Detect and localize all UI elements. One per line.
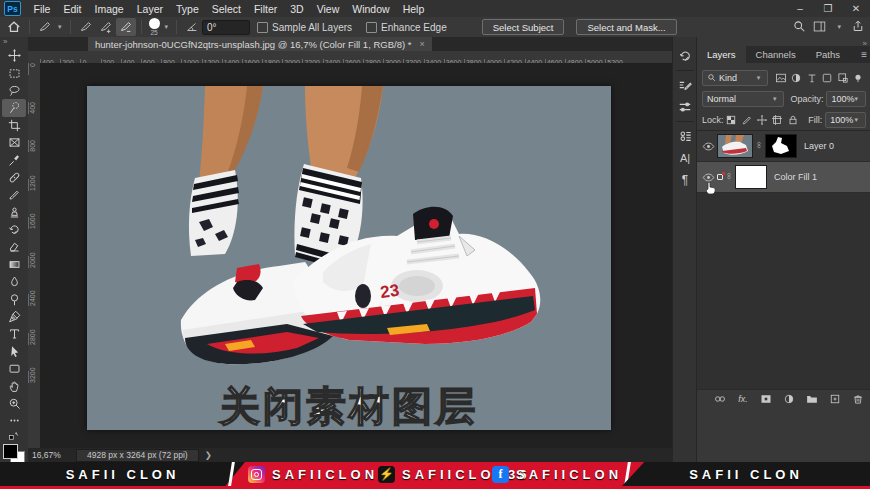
- select-subject-button[interactable]: Select Subject: [482, 19, 565, 35]
- lasso-tool[interactable]: [2, 82, 26, 99]
- layer-thumbnail[interactable]: [717, 134, 753, 158]
- sample-all-layers-checkbox[interactable]: Sample All Layers: [257, 22, 352, 33]
- menu-item[interactable]: File: [34, 3, 51, 15]
- mask-link-icon[interactable]: [755, 140, 763, 152]
- tab-close-icon[interactable]: ×: [419, 39, 424, 49]
- menu-item[interactable]: Filter: [254, 3, 277, 15]
- filter-shape-layers-icon[interactable]: [820, 70, 835, 86]
- filter-type-layers-icon[interactable]: [804, 70, 819, 86]
- subtract-from-selection-icon[interactable]: [116, 18, 136, 36]
- rectangle-tool[interactable]: [2, 360, 26, 377]
- filter-adjustment-layers-icon[interactable]: [789, 70, 804, 86]
- foreground-color-swatch[interactable]: [3, 444, 18, 459]
- blur-tool[interactable]: [2, 273, 26, 290]
- swap-colors-icon[interactable]: [0, 431, 28, 443]
- character-panel-icon[interactable]: A|: [673, 147, 697, 169]
- search-icon[interactable]: [793, 20, 805, 34]
- marquee-tool[interactable]: [2, 64, 26, 81]
- tab-channels[interactable]: Channels: [746, 46, 806, 63]
- canvas[interactable]: 23 关闭素材图层: [87, 86, 611, 430]
- layer-row-layer0[interactable]: Layer 0: [697, 131, 870, 162]
- menu-item[interactable]: Edit: [63, 3, 81, 15]
- zoom-tool[interactable]: [2, 395, 26, 412]
- tab-layers[interactable]: Layers: [697, 46, 746, 63]
- fill-input[interactable]: 100% ▾: [825, 112, 866, 128]
- path-selection-tool[interactable]: [2, 343, 26, 360]
- new-layer-icon[interactable]: [828, 391, 842, 407]
- properties-panel-icon[interactable]: [673, 96, 697, 118]
- move-tool[interactable]: [2, 47, 26, 64]
- add-to-selection-icon[interactable]: [96, 18, 116, 36]
- eyedropper-tool[interactable]: [2, 151, 26, 168]
- brush-settings-panel-icon[interactable]: [673, 74, 697, 96]
- layer-name[interactable]: Layer 0: [804, 141, 834, 151]
- home-icon[interactable]: [4, 18, 24, 36]
- menu-item[interactable]: Image: [95, 3, 124, 15]
- blend-mode-select[interactable]: Normal ▾: [702, 91, 784, 107]
- menu-item[interactable]: Help: [403, 3, 425, 15]
- quick-selection-tool[interactable]: [2, 99, 26, 116]
- dodge-tool[interactable]: [2, 290, 26, 307]
- edit-toolbar-icon[interactable]: [2, 412, 26, 429]
- layer-mask-thumbnail[interactable]: [735, 165, 767, 189]
- enhance-edge-checkbox[interactable]: Enhance Edge: [366, 22, 447, 33]
- menu-item[interactable]: Select: [212, 3, 241, 15]
- collapse-toolbar-icon[interactable]: »: [0, 37, 28, 47]
- workspace-switcher-icon[interactable]: [813, 20, 826, 35]
- filter-smart-objects-icon[interactable]: [835, 70, 850, 86]
- lock-artboard-icon[interactable]: [770, 112, 785, 128]
- layer-name[interactable]: Color Fill 1: [774, 172, 817, 182]
- gradient-tool[interactable]: [2, 256, 26, 273]
- layer-row-colorfill1[interactable]: Color Fill 1: [697, 162, 870, 193]
- lock-position-icon[interactable]: [754, 112, 769, 128]
- healing-brush-tool[interactable]: [2, 169, 26, 186]
- chevron-down-icon[interactable]: ▾: [58, 23, 62, 31]
- chevron-down-icon[interactable]: ▾: [837, 23, 841, 31]
- brush-preset-picker[interactable]: 25: [149, 18, 160, 37]
- visibility-eye-icon[interactable]: [699, 171, 717, 184]
- angle-input[interactable]: 0°: [202, 20, 250, 35]
- collapse-panels-icon[interactable]: »: [863, 39, 867, 48]
- close-icon[interactable]: ✕: [842, 0, 870, 17]
- menu-item[interactable]: Window: [352, 3, 389, 15]
- new-selection-icon[interactable]: [76, 18, 96, 36]
- minimize-icon[interactable]: –: [786, 0, 814, 17]
- status-chevron-icon[interactable]: ❯: [205, 450, 212, 460]
- menu-item[interactable]: Type: [176, 3, 199, 15]
- paragraph-panel-icon[interactable]: ¶: [673, 169, 697, 191]
- brush-tool[interactable]: [2, 186, 26, 203]
- clone-source-panel-icon[interactable]: [673, 125, 697, 147]
- share-icon[interactable]: [852, 20, 864, 34]
- menu-item[interactable]: 3D: [290, 3, 303, 15]
- restore-icon[interactable]: ❐: [814, 0, 842, 17]
- lock-transparency-icon[interactable]: [724, 112, 739, 128]
- document-tab[interactable]: hunter-johnson-0UCGfN2qtrs-unsplash.jpg …: [88, 37, 432, 51]
- link-layers-icon[interactable]: [713, 391, 727, 407]
- filter-kind-select[interactable]: Kind ▾: [702, 70, 768, 86]
- delete-layer-icon[interactable]: [851, 391, 865, 407]
- add-mask-icon[interactable]: [759, 391, 773, 407]
- history-brush-tool[interactable]: [2, 221, 26, 238]
- panel-menu-icon[interactable]: ≡: [861, 49, 867, 60]
- tool-preset-icon[interactable]: [35, 18, 55, 36]
- tab-paths[interactable]: Paths: [806, 46, 850, 63]
- frame-tool[interactable]: [2, 134, 26, 151]
- layer-style-fx-icon[interactable]: fx.: [736, 391, 750, 407]
- crop-tool[interactable]: [2, 117, 26, 134]
- menu-item[interactable]: Layer: [137, 3, 163, 15]
- visibility-eye-icon[interactable]: [699, 140, 717, 153]
- eraser-tool[interactable]: [2, 238, 26, 255]
- layer-mask-thumbnail[interactable]: [765, 134, 797, 158]
- type-tool[interactable]: [2, 325, 26, 342]
- clone-stamp-tool[interactable]: [2, 204, 26, 221]
- hand-tool[interactable]: [2, 377, 26, 394]
- new-adjustment-layer-icon[interactable]: [782, 391, 796, 407]
- pen-tool[interactable]: [2, 308, 26, 325]
- lock-all-icon[interactable]: [785, 112, 800, 128]
- filter-toggle-icon[interactable]: [851, 70, 866, 86]
- chevron-down-icon[interactable]: ▾: [165, 23, 169, 31]
- new-group-icon[interactable]: [805, 391, 819, 407]
- filter-pixel-layers-icon[interactable]: [773, 70, 788, 86]
- mask-link-icon[interactable]: [725, 171, 733, 183]
- history-panel-icon[interactable]: [673, 45, 697, 67]
